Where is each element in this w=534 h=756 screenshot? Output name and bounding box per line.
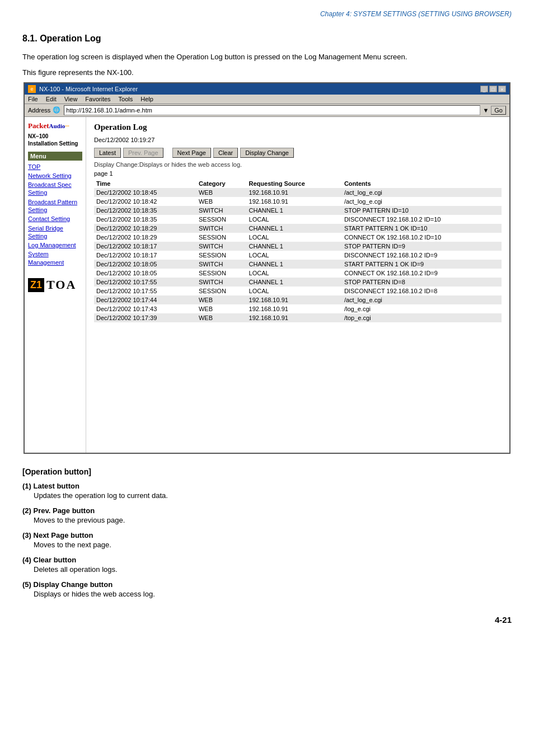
op-item-desc: Moves to the previous page. bbox=[22, 516, 512, 524]
subtitle-line2: Installation Setting bbox=[28, 140, 82, 147]
cell-source: CHANNEL 1 bbox=[247, 260, 342, 269]
subtitle-line1: NX−100 bbox=[28, 133, 82, 140]
op-item-desc: Deletes all operation logs. bbox=[22, 565, 512, 574]
close-button[interactable]: × bbox=[498, 86, 506, 92]
chapter-header: Chapter 4: SYSTEM SETTINGS (SETTING USIN… bbox=[22, 6, 512, 24]
go-button[interactable]: Go bbox=[491, 106, 506, 115]
address-input[interactable] bbox=[64, 105, 480, 115]
op-item-label: (3) Next Page button bbox=[22, 531, 512, 539]
op-item-label: (2) Prev. Page button bbox=[22, 506, 512, 515]
table-row: Dec/12/2002 10:17:44WEB192.168.10.91/act… bbox=[94, 295, 502, 304]
sidebar-link-network[interactable]: Network Setting bbox=[28, 172, 82, 180]
menu-edit[interactable]: Edit bbox=[46, 96, 57, 102]
browser-title: NX-100 - Microsoft Internet Explorer bbox=[39, 86, 138, 92]
table-row: Dec/12/2002 10:18:17SWITCHCHANNEL 1STOP … bbox=[94, 242, 502, 251]
sidebar-link-broadcast-pattern[interactable]: Broadcast Pattern Setting bbox=[28, 198, 82, 214]
main-content: Operation Log Dec/12/2002 10:19:27 Lates… bbox=[86, 117, 509, 453]
sidebar: PacketAudio··· NX−100 Installation Setti… bbox=[25, 117, 86, 453]
cell-category: WEB bbox=[196, 197, 247, 206]
table-row: Dec/12/2002 10:18:17SESSIONLOCALDISCONNE… bbox=[94, 251, 502, 260]
cell-source: CHANNEL 1 bbox=[247, 224, 342, 233]
sidebar-link-contact[interactable]: Contact Setting bbox=[28, 215, 82, 223]
cell-contents: STOP PATTERN ID=8 bbox=[342, 278, 502, 287]
operation-btn-title: [Operation button] bbox=[22, 467, 512, 476]
cell-contents: DISCONNECT 192.168.10.2 ID=8 bbox=[342, 287, 502, 295]
display-change-button[interactable]: Display Change bbox=[240, 148, 294, 158]
sidebar-link-log[interactable]: Log Management bbox=[28, 241, 82, 249]
intro-text: The operation log screen is displayed wh… bbox=[22, 51, 512, 63]
sidebar-link-system[interactable]: System Management bbox=[28, 250, 82, 266]
table-row: Dec/12/2002 10:18:05SESSIONLOCALCONNECT … bbox=[94, 269, 502, 278]
col-source: Requesting Source bbox=[247, 179, 342, 188]
cell-source: LOCAL bbox=[247, 251, 342, 260]
clear-button[interactable]: Clear bbox=[213, 148, 238, 158]
prev-page-button[interactable]: Prev. Page bbox=[123, 148, 163, 158]
cell-contents: CONNECT OK 192.168.10.2 ID=9 bbox=[342, 269, 502, 278]
cell-time: Dec/12/2002 10:18:17 bbox=[94, 251, 196, 260]
logo-packet: Packet bbox=[28, 121, 49, 130]
maximize-button[interactable]: □ bbox=[489, 86, 497, 92]
op-item-label: (4) Clear button bbox=[22, 556, 512, 564]
op-item-1: (1) Latest button Updates the operation … bbox=[22, 482, 512, 500]
table-row: Dec/12/2002 10:18:35SWITCHCHANNEL 1STOP … bbox=[94, 206, 502, 215]
toa-logo-icon: Z1 bbox=[28, 278, 44, 292]
menu-tools[interactable]: Tools bbox=[119, 96, 133, 102]
sidebar-link-broadcast-spec[interactable]: Broadcast Spec Setting bbox=[28, 181, 82, 197]
table-row: Dec/12/2002 10:18:35SESSIONLOCALDISCONNE… bbox=[94, 215, 502, 224]
cell-time: Dec/12/2002 10:18:17 bbox=[94, 242, 196, 251]
cell-time: Dec/12/2002 10:17:55 bbox=[94, 278, 196, 287]
logo-dots: ··· bbox=[65, 123, 69, 129]
display-hint: Display Change:Displays or hides the web… bbox=[94, 161, 502, 168]
op-item-5: (5) Display Change button Displays or hi… bbox=[22, 580, 512, 598]
menu-help[interactable]: Help bbox=[140, 96, 153, 102]
cell-source: CHANNEL 1 bbox=[247, 242, 342, 251]
menu-file[interactable]: File bbox=[28, 96, 38, 102]
next-page-button[interactable]: Next Page bbox=[172, 148, 211, 158]
cell-time: Dec/12/2002 10:18:42 bbox=[94, 197, 196, 206]
menu-view[interactable]: View bbox=[64, 96, 78, 102]
section-title: 8.1. Operation Log bbox=[22, 34, 512, 44]
cell-source: 192.168.10.91 bbox=[247, 295, 342, 304]
cell-category: SESSION bbox=[196, 287, 247, 295]
menu-favorites[interactable]: Favorites bbox=[85, 96, 110, 102]
cell-source: LOCAL bbox=[247, 215, 342, 224]
cell-contents: STOP PATTERN ID=10 bbox=[342, 206, 502, 215]
cell-time: Dec/12/2002 10:18:45 bbox=[94, 188, 196, 197]
browser-window-controls: _ □ × bbox=[480, 86, 506, 92]
sidebar-link-top[interactable]: TOP bbox=[28, 163, 82, 171]
figure-caption: This figure represents the NX-100. bbox=[22, 68, 512, 77]
toa-logo-text: TOA bbox=[46, 278, 76, 292]
cell-category: SWITCH bbox=[196, 206, 247, 215]
cell-time: Dec/12/2002 10:18:35 bbox=[94, 206, 196, 215]
datetime-text: Dec/12/2002 10:19:27 bbox=[94, 137, 502, 143]
page-number: 4-21 bbox=[22, 615, 512, 624]
table-row: Dec/12/2002 10:18:05SWITCHCHANNEL 1START… bbox=[94, 260, 502, 269]
cell-contents: STOP PATTERN ID=9 bbox=[342, 242, 502, 251]
button-row: Latest Prev. Page Next Page Clear Displa… bbox=[94, 148, 502, 158]
cell-contents: CONNECT OK 192.168.10.2 ID=10 bbox=[342, 233, 502, 242]
cell-source: 192.168.10.91 bbox=[247, 188, 342, 197]
op-log-title: Operation Log bbox=[94, 123, 502, 132]
table-row: Dec/12/2002 10:17:55SESSIONLOCALDISCONNE… bbox=[94, 287, 502, 295]
cell-time: Dec/12/2002 10:17:43 bbox=[94, 304, 196, 313]
sidebar-subtitle: NX−100 Installation Setting bbox=[28, 133, 82, 147]
dropdown-arrow[interactable]: ▼ bbox=[483, 107, 489, 114]
cell-source: LOCAL bbox=[247, 233, 342, 242]
cell-category: SWITCH bbox=[196, 224, 247, 233]
cell-time: Dec/12/2002 10:17:55 bbox=[94, 287, 196, 295]
cell-category: SESSION bbox=[196, 233, 247, 242]
cell-category: SWITCH bbox=[196, 278, 247, 287]
op-item-label: (5) Display Change button bbox=[22, 580, 512, 589]
latest-button[interactable]: Latest bbox=[94, 148, 121, 158]
bottom-section: [Operation button] (1) Latest button Upd… bbox=[22, 467, 512, 598]
sidebar-link-serial[interactable]: Serial Bridge Setting bbox=[28, 224, 82, 241]
browser-content: PacketAudio··· NX−100 Installation Setti… bbox=[25, 117, 509, 453]
page-label: page 1 bbox=[94, 170, 502, 177]
cell-time: Dec/12/2002 10:18:05 bbox=[94, 269, 196, 278]
col-category: Category bbox=[196, 179, 247, 188]
minimize-button[interactable]: _ bbox=[480, 86, 488, 92]
op-item-2: (2) Prev. Page button Moves to the previ… bbox=[22, 506, 512, 524]
address-label: Address bbox=[28, 107, 50, 114]
toa-logo: Z1 TOA bbox=[28, 278, 82, 292]
logo-audio: Audio bbox=[49, 123, 65, 129]
